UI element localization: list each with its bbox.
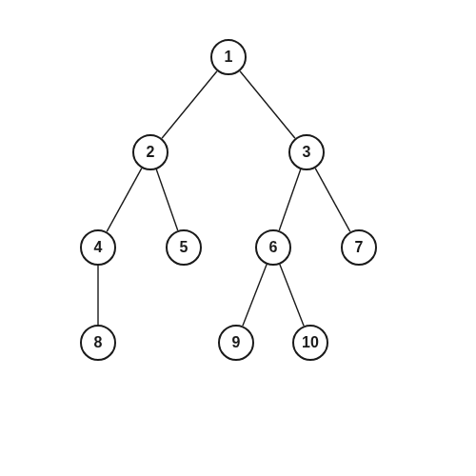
tree-node-label: 6 [269,239,278,256]
tree-edge [107,169,142,232]
tree-node-label: 8 [94,334,103,351]
tree-edge [162,71,217,139]
tree-edge [280,265,304,327]
tree-node: 4 [80,229,116,266]
tree-edge [240,71,295,139]
tree-node-label: 5 [180,239,188,256]
tree-node: 3 [288,134,325,170]
tree-node-label: 4 [94,239,103,256]
tree-node: 1 [210,39,247,75]
tree-node-label: 9 [232,334,241,351]
tree-edge [279,169,300,230]
tree-edge [156,169,177,230]
tree-node: 9 [218,325,254,361]
tree-node-label: 10 [302,334,319,351]
tree-node: 6 [255,229,291,266]
tree-node-label: 3 [303,144,311,161]
tree-edge [315,169,350,232]
tree-node-label: 2 [147,144,155,161]
tree-node: 8 [80,325,116,361]
tree-node: 5 [166,229,202,266]
tree-node-label: 1 [225,49,233,66]
tree-node: 2 [132,134,169,170]
tree-edge [243,265,267,327]
tree-node: 10 [292,325,328,361]
tree-node: 7 [341,229,377,266]
tree-node-label: 7 [355,239,364,256]
